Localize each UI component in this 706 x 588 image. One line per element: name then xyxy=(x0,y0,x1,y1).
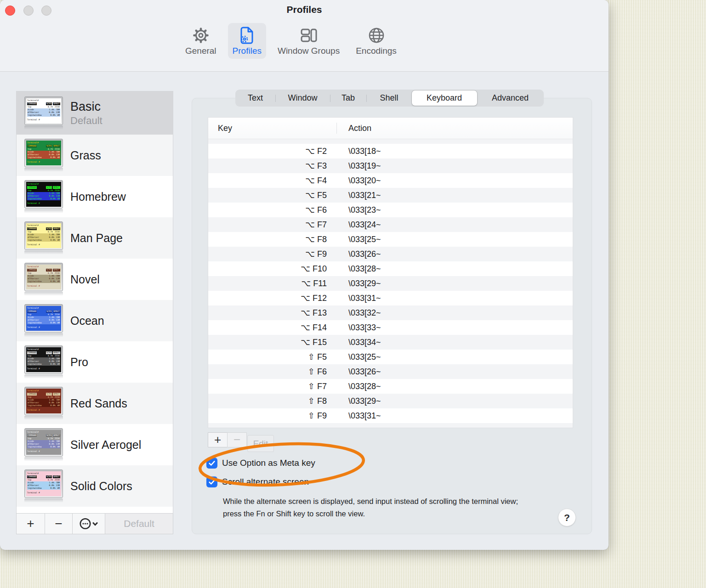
action-cell: \033[31~ xyxy=(337,411,381,421)
thumb-header: COMMAND%CPURPRVT xyxy=(27,475,60,478)
thumb-header-chip: COMMAND xyxy=(27,475,37,478)
profile-row-ocean[interactable]: Terminal#COMMAND%CPURPRVTtop4.1%231KXcod… xyxy=(17,300,173,341)
profile-row-solid-colors[interactable]: Terminal#COMMAND%CPURPRVTtop4.1%231KXcod… xyxy=(17,465,173,507)
profile-name: Homebrew xyxy=(70,190,126,204)
thumb-header-chip: RPRVT xyxy=(53,227,60,230)
table-row[interactable]: ⌥ F8\033[25~ xyxy=(208,232,573,247)
table-row[interactable]: ⌥ F4\033[20~ xyxy=(208,173,573,188)
thumb-header-chip: COMMAND xyxy=(27,310,37,313)
action-cell: \033[26~ xyxy=(337,367,381,377)
thumb-title: Terminal# xyxy=(27,390,60,392)
thumb-header-chip: RPRVT xyxy=(53,475,60,478)
thumb-cell: loginwindow xyxy=(28,280,41,283)
profile-thumbnail: Terminal#COMMAND%CPURPRVTtop4.1%231KXcod… xyxy=(24,345,65,379)
profile-row-homebrew[interactable]: Terminal#COMMAND%CPURPRVTtop4.1%231KXcod… xyxy=(17,176,173,217)
thumbnail-screen: Terminal#COMMAND%CPURPRVTtop4.1%231KXcod… xyxy=(26,98,61,123)
key-cell: ⌥ F7 xyxy=(208,220,337,230)
tab-text[interactable]: Text xyxy=(236,90,275,107)
tab-window[interactable]: Window xyxy=(276,90,330,107)
profile-thumbnail: Terminal#COMMAND%CPURPRVTtop4.1%231KXcod… xyxy=(24,428,65,461)
profile-row-red-sands[interactable]: Terminal#COMMAND%CPURPRVTtop4.1%231KXcod… xyxy=(17,383,173,424)
thumb-header-chip: %CPU xyxy=(46,145,52,147)
thumbnail-screen: Terminal#COMMAND%CPURPRVTtop4.1%231KXcod… xyxy=(26,223,61,248)
set-default-button[interactable]: Default xyxy=(105,514,173,534)
profile-text: Novel xyxy=(70,273,100,286)
scroll-alternate-screen-row: Scroll alternate screen xyxy=(206,476,309,487)
thumb-cell: 0.0% xyxy=(50,404,55,407)
thumbnail-screen: Terminal#COMMAND%CPURPRVTtop4.1%231KXcod… xyxy=(26,430,61,455)
use-option-as-meta-checkbox[interactable] xyxy=(206,458,217,469)
thumb-header-chip: RPRVT xyxy=(53,186,60,189)
thumb-title: Terminal# xyxy=(27,141,60,144)
toolbar-item-profiles[interactable]: Profiles xyxy=(228,23,266,59)
profile-row-basic[interactable]: Terminal#COMMAND%CPURPRVTtop4.1%231KXcod… xyxy=(17,91,173,135)
add-profile-button[interactable]: + xyxy=(17,514,45,534)
thumb-header-chip: %CPU xyxy=(46,434,52,437)
column-header-action[interactable]: Action xyxy=(337,124,371,133)
table-row[interactable]: ⌥ F3\033[19~ xyxy=(208,158,573,173)
table-row[interactable]: ⇧ F5\033[25~ xyxy=(208,350,573,364)
table-row[interactable]: ⌥ F11\033[29~ xyxy=(208,276,573,291)
checkbox-label: Scroll alternate screen xyxy=(222,477,309,487)
table-row[interactable]: ⇧ F7\033[28~ xyxy=(208,379,573,394)
help-button[interactable]: ? xyxy=(558,509,576,526)
table-row[interactable]: ⇧ F9\033[31~ xyxy=(208,408,573,423)
thumbnail-reflection xyxy=(24,209,63,213)
table-row[interactable]: ⌥ F6\033[23~ xyxy=(208,203,573,217)
profile-row-man-page[interactable]: Terminal#COMMAND%CPURPRVTtop4.1%231KXcod… xyxy=(17,217,173,259)
remove-binding-button[interactable]: − xyxy=(227,432,247,447)
scroll-alternate-screen-checkbox[interactable] xyxy=(206,476,217,487)
thumb-cell: 4M xyxy=(57,280,60,283)
add-binding-button[interactable]: + xyxy=(208,432,228,447)
thumb-row: loginwindow0.0%4M xyxy=(27,239,60,242)
profile-text: Solid Colors xyxy=(70,480,132,493)
toolbar-item-window-groups[interactable]: Window Groups xyxy=(273,23,344,59)
thumbnail-frame: Terminal#COMMAND%CPURPRVTtop4.1%231KXcod… xyxy=(24,304,63,333)
thumb-cell: 0.0% xyxy=(50,114,55,117)
thumb-prompt: Terminal # xyxy=(27,285,60,288)
toolbar-item-general[interactable]: General xyxy=(181,23,221,59)
table-row[interactable]: ⇧ F8\033[29~ xyxy=(208,394,573,408)
table-row[interactable]: ⌥ F15\033[34~ xyxy=(208,335,573,350)
action-cell: \033[31~ xyxy=(337,294,381,303)
column-header-key[interactable]: Key xyxy=(208,124,336,133)
profile-row-pro[interactable]: Terminal#COMMAND%CPURPRVTtop4.1%231KXcod… xyxy=(17,341,173,383)
thumb-prompt: Terminal # xyxy=(27,326,60,329)
tab-advanced[interactable]: Advanced xyxy=(477,90,544,107)
table-row[interactable]: ⌥ F13\033[32~ xyxy=(208,305,573,320)
action-cell: \033[21~ xyxy=(337,191,381,200)
profile-text: Grass xyxy=(70,149,101,162)
table-row[interactable]: ⌥ F2\033[18~ xyxy=(208,144,573,158)
thumb-cell: 0.0% xyxy=(50,446,55,448)
profile-row-grass[interactable]: Terminal#COMMAND%CPURPRVTtop4.1%231KXcod… xyxy=(17,135,173,176)
toolbar-item-label: General xyxy=(185,46,216,56)
checkbox-label: Use Option as Meta key xyxy=(222,458,315,468)
table-row[interactable]: ⇧ F6\033[26~ xyxy=(208,364,573,379)
thumb-cell: loginwindow xyxy=(28,156,41,159)
thumb-cell: loginwindow xyxy=(28,239,41,242)
table-row[interactable]: ⌥ F10\033[28~ xyxy=(208,261,573,276)
profile-row-silver-aerogel[interactable]: Terminal#COMMAND%CPURPRVTtop4.1%231KXcod… xyxy=(17,424,173,465)
profile-actions-menu-button[interactable] xyxy=(73,514,105,534)
profile-thumbnail: Terminal#COMMAND%CPURPRVTtop4.1%231KXcod… xyxy=(24,469,65,503)
toolbar-item-encodings[interactable]: Encodings xyxy=(351,23,401,59)
profile-name: Grass xyxy=(70,149,101,162)
table-row[interactable]: ⌥ F12\033[31~ xyxy=(208,291,573,305)
table-row[interactable]: ⌥ F7\033[24~ xyxy=(208,217,573,232)
table-row[interactable]: ⌥ F14\033[33~ xyxy=(208,320,573,335)
remove-profile-button[interactable]: − xyxy=(45,514,73,534)
tab-tab[interactable]: Tab xyxy=(330,90,366,107)
key-cell: ⌥ F10 xyxy=(208,264,337,274)
partial-row-bottom xyxy=(208,423,573,428)
tab-keyboard[interactable]: Keyboard xyxy=(412,90,477,106)
profile-name: Silver Aerogel xyxy=(70,438,141,452)
edit-binding-button[interactable]: Edit xyxy=(247,435,274,452)
thumb-prompt: Terminal # xyxy=(27,202,60,205)
action-cell: \033[26~ xyxy=(337,249,381,259)
key-cell: ⌥ F3 xyxy=(208,161,337,171)
table-row[interactable]: ⌥ F9\033[26~ xyxy=(208,247,573,261)
thumb-title: Terminal# xyxy=(27,348,60,351)
profile-row-novel[interactable]: Terminal#COMMAND%CPURPRVTtop4.1%231KXcod… xyxy=(17,259,173,300)
tab-shell[interactable]: Shell xyxy=(367,90,412,107)
table-row[interactable]: ⌥ F5\033[21~ xyxy=(208,188,573,203)
